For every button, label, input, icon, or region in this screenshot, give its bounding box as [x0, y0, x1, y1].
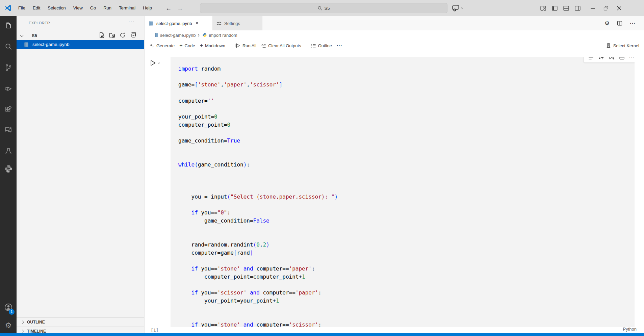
toggle-secondary-sidebar-icon[interactable] [575, 5, 581, 11]
run-by-line-icon[interactable] [588, 57, 594, 60]
notebook-file-icon [149, 21, 154, 26]
select-kernel-button[interactable]: Select Kernel [606, 40, 639, 51]
run-all-button[interactable]: Run All [235, 43, 256, 48]
toolbar-more-actions-icon[interactable]: ··· [337, 43, 342, 48]
split-cell-icon[interactable] [619, 57, 625, 60]
run-all-icon [235, 43, 240, 48]
collapse-all-icon[interactable] [130, 32, 136, 38]
tab-select-game[interactable]: select-game.ipynb × [145, 16, 212, 30]
menu-bar: File Edit Selection View Go Run Terminal… [15, 0, 156, 16]
tab-settings[interactable]: Settings [212, 16, 262, 30]
generate-button[interactable]: Generate [149, 43, 175, 48]
file-name: select-game.ipynb [32, 42, 70, 47]
add-markdown-cell-button[interactable]: + Markdown [200, 43, 225, 49]
restore-icon[interactable] [603, 6, 609, 11]
chevron-down-icon[interactable] [158, 61, 160, 64]
split-editor-icon[interactable] [617, 21, 622, 26]
vscode-window: File Edit Selection View Go Run Terminal… [0, 0, 644, 336]
notebook-file-icon [154, 33, 159, 37]
plus-icon: + [200, 43, 203, 49]
new-file-icon[interactable] [99, 32, 105, 38]
editor-settings-gear-icon[interactable]: ⚙ [604, 20, 610, 27]
python-symbol-icon [202, 33, 207, 37]
search-value: S5 [325, 6, 330, 11]
add-code-cell-button[interactable]: + Code [179, 43, 195, 49]
menu-edit[interactable]: Edit [29, 0, 44, 16]
menu-go[interactable]: Go [86, 0, 100, 16]
source-control-icon[interactable] [0, 61, 17, 74]
menu-run[interactable]: Run [100, 0, 115, 16]
outline-section[interactable]: OUTLINE [17, 317, 144, 327]
menu-help[interactable]: Help [139, 0, 156, 16]
explorer-sidebar: EXPLORER ··· S5 [17, 16, 145, 333]
clear-outputs-icon [261, 43, 266, 48]
explorer-more-icon[interactable]: ··· [128, 19, 135, 25]
explorer-title: EXPLORER [29, 21, 50, 25]
search-sidebar-icon[interactable] [0, 40, 17, 53]
breadcrumb-file[interactable]: select-game.ipynb [160, 33, 196, 38]
copilot-menu[interactable] [452, 4, 463, 12]
tab-strip: select-game.ipynb × Settings [145, 16, 644, 30]
back-arrow-icon[interactable]: ← [164, 5, 173, 12]
customize-layout-icon[interactable] [540, 5, 546, 11]
tab-label: select-game.ipynb [156, 21, 192, 26]
explorer-icon[interactable] [0, 19, 17, 32]
folder-name: S5 [32, 33, 37, 38]
notebook-toolbar: Generate + Code + Markdown Run All Clear… [145, 40, 644, 51]
execute-below-icon[interactable] [609, 57, 615, 60]
plus-icon: + [179, 43, 182, 49]
execution-count: [1] [151, 328, 158, 333]
kernel-icon [606, 43, 611, 48]
vscode-logo-icon [4, 4, 12, 12]
extensions-icon[interactable] [0, 103, 17, 116]
close-window-icon[interactable] [617, 6, 622, 11]
play-icon [149, 59, 156, 67]
menu-view[interactable]: View [70, 0, 86, 16]
folder-section-s5[interactable]: S5 [17, 31, 144, 40]
chevron-down-icon [20, 33, 24, 37]
code-lines[interactable]: import random game=['stone','paper','sci… [178, 65, 338, 327]
run-cell-button[interactable] [149, 59, 160, 67]
command-center-search[interactable]: S5 [200, 3, 447, 13]
file-item-selected[interactable]: select-game.ipynb [17, 40, 144, 49]
chevron-right-icon [21, 320, 24, 324]
toggle-panel-icon[interactable] [563, 5, 569, 11]
manage-settings-icon[interactable]: ⚙ [0, 318, 17, 332]
cell-toolbar: ··· [583, 57, 635, 63]
chat-icon[interactable] [0, 123, 17, 136]
minimize-icon[interactable] [590, 6, 595, 11]
outline-button[interactable]: Outline [311, 43, 332, 48]
toggle-primary-sidebar-icon[interactable] [552, 5, 558, 11]
toolbar-divider [306, 43, 306, 48]
refresh-icon[interactable] [120, 32, 126, 38]
breadcrumb-symbol[interactable]: import random [209, 33, 237, 38]
breadcrumb: select-game.ipynb › import random [145, 30, 644, 40]
tab-label: Settings [224, 21, 240, 26]
new-folder-icon[interactable] [109, 32, 115, 38]
account-icon[interactable]: 1 [0, 301, 17, 314]
timeline-label: TIMELINE [27, 329, 46, 334]
sparkle-icon [149, 43, 154, 48]
menu-file[interactable]: File [15, 0, 29, 16]
copilot-icon [452, 4, 460, 12]
activity-bar: 1 ⚙ [0, 16, 17, 333]
account-badge: 1 [9, 309, 15, 315]
outline-label: OUTLINE [27, 320, 45, 325]
cell-language-picker[interactable]: Python [623, 327, 637, 332]
menu-terminal[interactable]: Terminal [115, 0, 139, 16]
editor-more-actions-icon[interactable]: ··· [630, 21, 636, 26]
toolbar-divider [230, 43, 230, 48]
testing-icon[interactable] [0, 145, 17, 158]
clear-all-outputs-button[interactable]: Clear All Outputs [261, 43, 301, 48]
close-tab-icon[interactable]: × [196, 21, 199, 26]
code-cell[interactable]: import random game=['stone','paper','sci… [171, 57, 635, 327]
menu-selection[interactable]: Selection [44, 0, 69, 16]
forward-arrow-icon[interactable]: → [176, 5, 184, 12]
run-debug-icon[interactable] [0, 82, 17, 95]
settings-sliders-icon [216, 21, 222, 26]
cell-more-actions-icon[interactable]: ··· [629, 57, 635, 60]
notebook-editor: import random game=['stone','paper','sci… [145, 51, 644, 333]
status-bar [0, 333, 644, 336]
python-activity-icon[interactable] [0, 162, 17, 176]
execute-above-icon[interactable] [598, 57, 604, 60]
